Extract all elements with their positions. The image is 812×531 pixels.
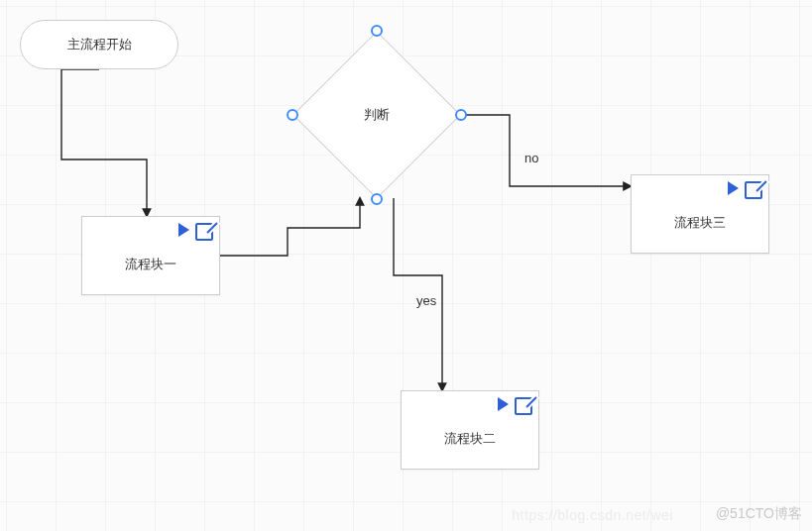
- process-node-1[interactable]: 流程块一: [81, 216, 220, 295]
- decision-node[interactable]: 判断: [297, 36, 456, 194]
- port-left-handle[interactable]: [287, 109, 298, 121]
- process-2-label: 流程块二: [444, 430, 496, 448]
- edit-icon[interactable]: [515, 397, 532, 415]
- process-1-label: 流程块一: [125, 256, 176, 273]
- watermark-primary: @51CTO博客: [716, 505, 802, 523]
- port-bottom-handle[interactable]: [371, 193, 383, 205]
- edit-icon[interactable]: [745, 181, 762, 199]
- decision-label: 判断: [297, 36, 456, 194]
- start-node[interactable]: 主流程开始: [20, 20, 178, 69]
- edge-label-yes: yes: [416, 293, 436, 308]
- play-icon[interactable]: [728, 181, 739, 195]
- port-right-handle[interactable]: [455, 109, 467, 121]
- edge-label-no: no: [524, 151, 538, 165]
- start-label: 主流程开始: [67, 36, 132, 53]
- process-node-2[interactable]: 流程块二: [401, 390, 539, 470]
- edit-icon[interactable]: [195, 223, 213, 241]
- play-icon[interactable]: [498, 397, 509, 411]
- process-3-label: 流程块三: [674, 214, 726, 232]
- play-icon[interactable]: [178, 223, 189, 237]
- process-node-3[interactable]: 流程块三: [631, 174, 769, 254]
- port-top-handle[interactable]: [371, 25, 383, 37]
- watermark-secondary: https://blog.csdn.net/wei: [512, 507, 673, 523]
